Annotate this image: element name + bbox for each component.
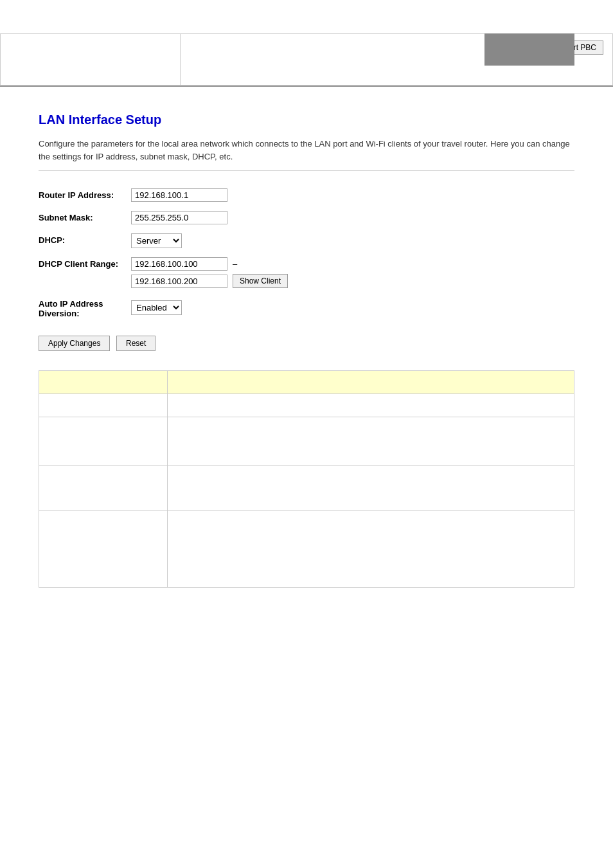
subnet-mask-input[interactable] [131, 211, 227, 224]
bottom-row1-col1 [39, 394, 168, 417]
auto-ip-label-line1: Auto IP Address [39, 299, 103, 309]
dhcp-client-range-value-cell: – Show Client [131, 253, 296, 293]
router-ip-input[interactable] [131, 188, 227, 202]
router-ip-value-cell [131, 184, 296, 206]
top-left-cell [1, 34, 181, 86]
dhcp-label: DHCP: [39, 229, 131, 253]
bottom-info-table [39, 370, 574, 588]
router-ip-label: Router IP Address: [39, 184, 131, 206]
bottom-row3-col2 [168, 466, 574, 511]
page-title: LAN Interface Setup [39, 113, 574, 127]
bottom-row4-col2 [168, 511, 574, 588]
bottom-row4-col1 [39, 511, 168, 588]
dhcp-range-end-input[interactable] [131, 275, 227, 288]
dhcp-row: DHCP: Server Client Disabled [39, 229, 296, 253]
bottom-table-header-row [39, 371, 574, 394]
dhcp-select[interactable]: Server Client Disabled [131, 233, 182, 248]
bottom-row2-col1 [39, 417, 168, 466]
subnet-mask-row: Subnet Mask: [39, 206, 296, 229]
auto-ip-value-cell: Enabled Disabled [131, 293, 296, 323]
dhcp-value-cell: Server Client Disabled [131, 229, 296, 253]
bottom-table-row3 [39, 466, 574, 511]
top-section: Start PBC [0, 33, 613, 87]
dhcp-range-separator: – [233, 259, 237, 269]
section-divider [39, 170, 574, 171]
bottom-header-col1 [39, 371, 168, 394]
subnet-mask-label: Subnet Mask: [39, 206, 131, 229]
main-content: LAN Interface Setup Configure the parame… [0, 87, 613, 607]
bottom-row3-col1 [39, 466, 168, 511]
auto-ip-row: Auto IP Address Diversion: Enabled Disab… [39, 293, 296, 323]
reset-button[interactable]: Reset [116, 336, 155, 351]
subnet-mask-value-cell [131, 206, 296, 229]
show-client-button[interactable]: Show Client [233, 274, 288, 288]
bottom-row2-col2 [168, 417, 574, 466]
dhcp-client-range-row: DHCP Client Range: – Show Client [39, 253, 296, 293]
dhcp-range-container: – Show Client [131, 257, 288, 288]
top-bar-dark [484, 33, 574, 66]
router-ip-row: Router IP Address: [39, 184, 296, 206]
auto-ip-select[interactable]: Enabled Disabled [131, 300, 182, 315]
bottom-table-row1 [39, 394, 574, 417]
bottom-header-col2 [168, 371, 574, 394]
page-description: Configure the parameters for the local a… [39, 138, 574, 163]
dhcp-range-start-line: – [131, 257, 288, 271]
apply-changes-button[interactable]: Apply Changes [39, 336, 110, 351]
dhcp-client-range-label: DHCP Client Range: [39, 253, 131, 293]
auto-ip-label-line2: Diversion: [39, 309, 80, 318]
bottom-table-row2 [39, 417, 574, 466]
bottom-row1-col2 [168, 394, 574, 417]
lan-form-table: Router IP Address: Subnet Mask: DHCP: Se… [39, 184, 296, 323]
dhcp-range-end-line: Show Client [131, 274, 288, 288]
dhcp-range-start-input[interactable] [131, 257, 227, 271]
buttons-row: Apply Changes Reset [39, 336, 574, 351]
auto-ip-label: Auto IP Address Diversion: [39, 293, 131, 323]
bottom-table-row4 [39, 511, 574, 588]
